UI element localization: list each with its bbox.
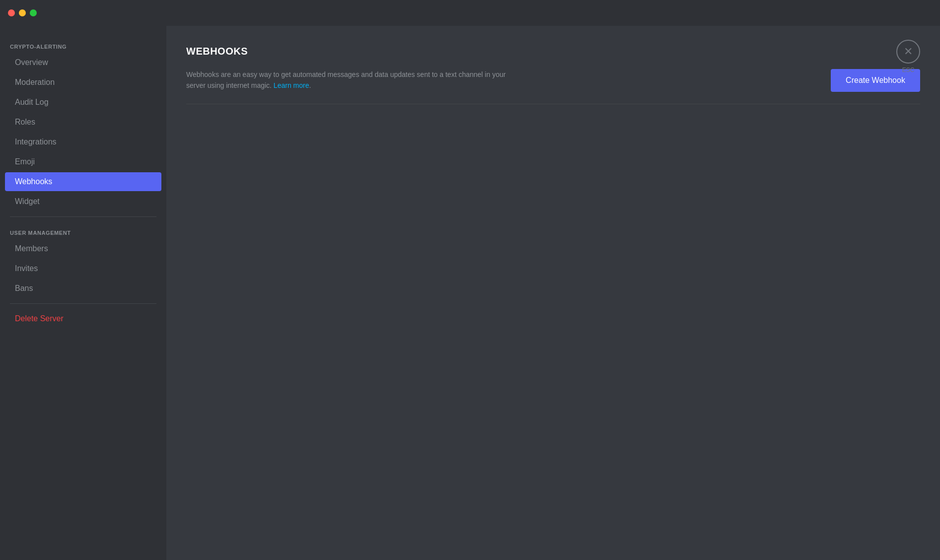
sidebar-item-invites[interactable]: Invites	[5, 259, 161, 278]
learn-more-link[interactable]: Learn more	[274, 81, 309, 89]
sidebar-item-label: Integrations	[15, 138, 57, 146]
sidebar-item-widget[interactable]: Widget	[5, 192, 161, 211]
sidebar-item-integrations[interactable]: Integrations	[5, 133, 161, 151]
sidebar-item-label: Roles	[15, 118, 35, 127]
sidebar-item-emoji[interactable]: Emoji	[5, 152, 161, 171]
page-title: WEBHOOKS	[186, 46, 920, 57]
sidebar-item-label: Delete Server	[15, 314, 64, 323]
sidebar-divider-2	[10, 303, 156, 304]
sidebar-divider-1	[10, 216, 156, 217]
close-button-container: ✕ ESC	[896, 40, 920, 73]
sidebar-item-audit-log[interactable]: Audit Log	[5, 93, 161, 112]
close-traffic-light[interactable]	[8, 9, 15, 16]
sidebar-item-label: Bans	[15, 284, 33, 293]
sidebar-item-label: Emoji	[15, 157, 35, 166]
content-divider	[186, 104, 920, 104]
sidebar-item-delete-server[interactable]: Delete Server	[5, 309, 161, 328]
sidebar-item-label: Invites	[15, 264, 38, 273]
description-text: Webhooks are an easy way to get automate…	[186, 69, 514, 91]
sidebar-item-label: Overview	[15, 58, 48, 67]
main-content: WEBHOOKS Webhooks are an easy way to get…	[166, 26, 940, 560]
sidebar-item-overview[interactable]: Overview	[5, 53, 161, 72]
sidebar-item-members[interactable]: Members	[5, 239, 161, 258]
sidebar-item-label: Audit Log	[15, 98, 49, 107]
sidebar-item-moderation[interactable]: Moderation	[5, 73, 161, 92]
description-row: Webhooks are an easy way to get automate…	[186, 69, 920, 92]
sidebar-item-bans[interactable]: Bans	[5, 279, 161, 298]
description-body: Webhooks are an easy way to get automate…	[186, 70, 506, 89]
sidebar-section1-label: CRYPTO-ALERTING	[0, 36, 166, 53]
esc-label: ESC	[902, 67, 915, 73]
sidebar-item-label: Widget	[15, 197, 40, 206]
title-bar	[0, 0, 940, 26]
close-icon: ✕	[904, 45, 913, 58]
sidebar-item-webhooks[interactable]: Webhooks	[5, 172, 161, 191]
app-container: CRYPTO-ALERTING Overview Moderation Audi…	[0, 26, 940, 560]
sidebar-section2-label: USER MANAGEMENT	[0, 222, 166, 239]
minimize-traffic-light[interactable]	[19, 9, 26, 16]
sidebar-item-label: Moderation	[15, 78, 55, 87]
close-button[interactable]: ✕	[896, 40, 920, 64]
sidebar-item-roles[interactable]: Roles	[5, 113, 161, 132]
maximize-traffic-light[interactable]	[30, 9, 37, 16]
sidebar-item-label: Members	[15, 244, 48, 253]
sidebar: CRYPTO-ALERTING Overview Moderation Audi…	[0, 26, 166, 560]
sidebar-item-label: Webhooks	[15, 177, 52, 186]
